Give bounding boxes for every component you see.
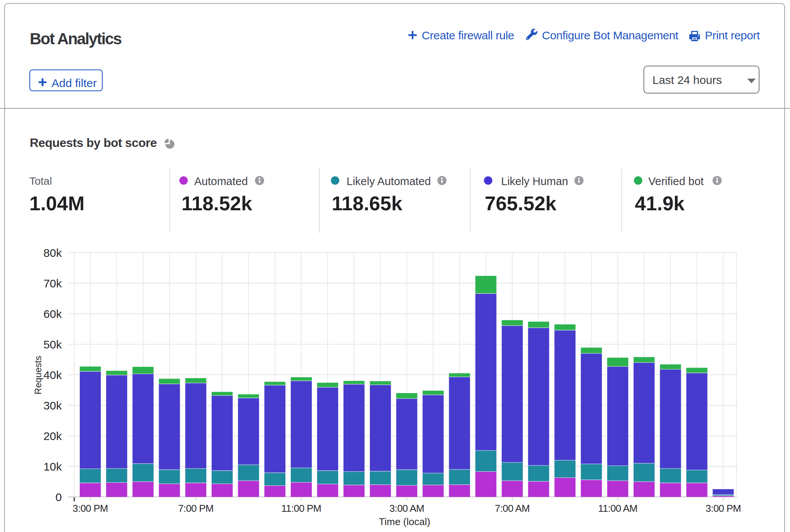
svg-text:Time (local): Time (local) xyxy=(379,516,430,527)
svg-text:3:00 PM: 3:00 PM xyxy=(73,503,108,514)
svg-text:11:00 AM: 11:00 AM xyxy=(598,503,637,514)
svg-text:80k: 80k xyxy=(44,247,62,259)
svg-text:40k: 40k xyxy=(44,369,62,381)
svg-text:60k: 60k xyxy=(44,308,62,320)
svg-text:70k: 70k xyxy=(44,277,62,290)
svg-text:20k: 20k xyxy=(44,430,62,442)
svg-text:7:00 PM: 7:00 PM xyxy=(178,503,214,514)
svg-text:11:00 PM: 11:00 PM xyxy=(281,503,321,514)
svg-text:7:00 AM: 7:00 AM xyxy=(495,503,530,514)
svg-text:3:00 PM: 3:00 PM xyxy=(706,503,741,514)
svg-text:30k: 30k xyxy=(44,399,62,412)
svg-text:50k: 50k xyxy=(44,338,62,351)
svg-text:0: 0 xyxy=(55,491,62,503)
svg-text:Requests: Requests xyxy=(33,356,43,394)
svg-text:3:00 AM: 3:00 AM xyxy=(389,503,424,514)
svg-text:10k: 10k xyxy=(44,460,62,473)
